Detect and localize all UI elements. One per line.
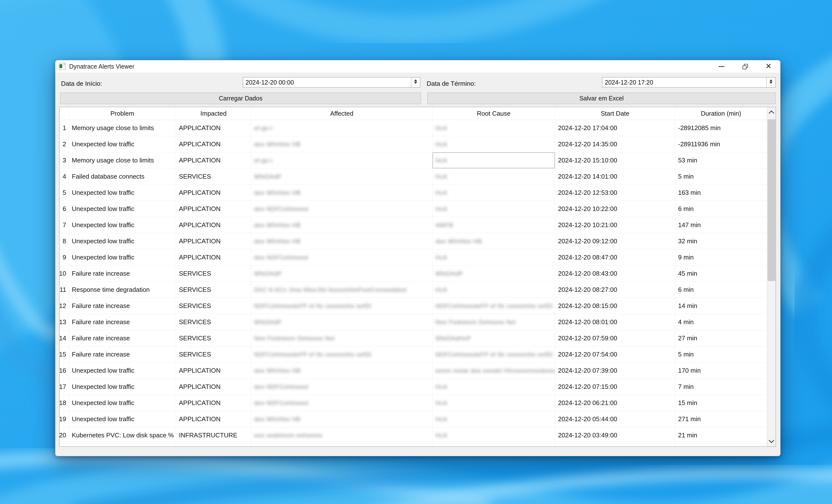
scrollbar-up-button[interactable]: [767, 107, 776, 118]
redacted-affected-text: Nee Fedeleem Deheeee Nel: [254, 335, 335, 342]
impacted-cell: APPLICATION: [176, 379, 251, 395]
impacted-cell: APPLICATION: [176, 201, 251, 217]
header-duration[interactable]: Duration (min): [675, 107, 767, 120]
titlebar[interactable]: Dynatrace Alerts Viewer ×: [55, 60, 780, 73]
table-row[interactable]: 1 Memory usage close to limits APPLICATI…: [59, 120, 767, 136]
start-date-cell: 2024-12-20 08:27:00: [555, 282, 675, 298]
table-row[interactable]: 19 Unexpected low traffic APPLICATION de…: [59, 411, 767, 427]
table-row[interactable]: 13 Failure rate increase SERVICES WfeDAd…: [59, 314, 767, 330]
redacted-root-cause-text: HcA: [436, 173, 447, 180]
table-row[interactable]: 20 Kubernetes PVC: Low disk space % INFR…: [59, 427, 767, 444]
problem-cell: Failure rate increase: [69, 346, 176, 362]
redacted-affected-text: dee NDFCehlmeed: [254, 206, 308, 212]
redacted-root-cause-text: HcA: [436, 383, 447, 390]
table-row[interactable]: 15 Failure rate increase SERVICES NDFCeh…: [59, 346, 767, 363]
start-date-spinner[interactable]: [411, 77, 420, 87]
duration-cell: 163 min: [675, 185, 767, 201]
redacted-affected-text: WfeDAdP: [254, 319, 282, 326]
spinner-down-icon: [770, 82, 773, 85]
table-row[interactable]: 5 Unexpected low traffic APPLICATION dee…: [59, 185, 767, 201]
minimize-button[interactable]: [710, 60, 733, 73]
problem-cell: Unexpected low traffic: [69, 136, 176, 152]
table-row[interactable]: 4 Failed database connects SERVICES WfeD…: [59, 168, 767, 185]
impacted-cell: SERVICES: [176, 168, 251, 185]
header-problem[interactable]: Problem: [69, 107, 176, 120]
header-root-cause[interactable]: Root Cause: [433, 107, 555, 120]
redacted-affected-text: dee NDFCehlmeed: [254, 254, 308, 261]
start-date-cell: 2024-12-20 12:53:00: [555, 185, 675, 201]
problem-cell: Response time degradation: [69, 282, 176, 298]
start-date-cell: 2024-12-20 10:21:00: [555, 217, 675, 233]
impacted-cell: SERVICES: [176, 298, 251, 314]
redacted-root-cause-text: AWFB: [436, 222, 453, 229]
start-date-cell: 2024-12-20 07:54:00: [555, 346, 675, 362]
root-cause-cell: HcA: [433, 249, 555, 265]
redacted-affected-text: dee Wfnhfee HB: [254, 222, 301, 229]
root-cause-cell: [433, 444, 555, 446]
save-excel-button[interactable]: Salvar em Excel: [427, 92, 776, 104]
root-cause-cell: HcA: [433, 201, 555, 217]
start-date-cell: 2024-12-20 09:12:00: [555, 233, 675, 249]
impacted-cell: APPLICATION: [176, 363, 251, 378]
redacted-root-cause-text: HcA: [436, 254, 447, 261]
start-date-cell: 2024-12-20 07:59:00: [555, 330, 675, 346]
row-number-cell: [59, 444, 69, 446]
row-number-cell: 7: [59, 217, 69, 233]
problem-cell: Unexpected low traffic: [69, 379, 176, 395]
affected-cell: dee Wfnhfee HB: [251, 363, 433, 378]
table-row[interactable]: 3 Memory usage close to limits APPLICATI…: [59, 152, 767, 168]
table-row[interactable]: 8 Unexpected low traffic APPLICATION dee…: [59, 233, 767, 249]
table-row[interactable]: 17 Unexpected low traffic APPLICATION de…: [59, 379, 767, 395]
table-row[interactable]: 6 Unexpected low traffic APPLICATION dee…: [59, 201, 767, 217]
table-row[interactable]: 14 Failure rate increase SERVICES Nee Fe…: [59, 330, 767, 346]
table-row[interactable]: 7 Unexpected low traffic APPLICATION dee…: [59, 217, 767, 233]
scrollbar-down-button[interactable]: [767, 435, 776, 446]
redacted-root-cause-text: NDFCehlmeedeFP ef lfe ceeeemhe eefDl: [436, 302, 553, 310]
table-row[interactable]: 11 Response time degradation SERVICES Dh…: [59, 282, 767, 298]
problem-cell: Failure rate increase: [69, 266, 176, 282]
row-number-cell: 17: [59, 379, 69, 395]
start-date-cell: 2024-12-20 08:15:00: [555, 298, 675, 314]
table-row[interactable]: 16 Unexpected low traffic APPLICATION de…: [59, 363, 767, 379]
row-number-cell: 3: [59, 152, 69, 168]
scrollbar-thumb[interactable]: [768, 119, 775, 281]
table-row[interactable]: [59, 444, 767, 446]
table-row[interactable]: 18 Unexpected low traffic APPLICATION de…: [59, 395, 767, 411]
start-date-cell: 2024-12-20 08:01:00: [555, 314, 675, 330]
affected-cell: WfeDAdP: [251, 266, 433, 282]
start-date-cell: 2024-12-20 07:15:00: [555, 379, 675, 395]
problem-cell: Failed database connects: [69, 168, 176, 185]
problem-cell: Unexpected low traffic: [69, 395, 176, 411]
problem-cell: Unexpected low traffic: [69, 201, 176, 217]
affected-cell: WfeDAdP: [251, 168, 433, 185]
header-impacted[interactable]: Impacted: [176, 107, 251, 120]
impacted-cell: [176, 444, 251, 446]
end-date-input[interactable]: 2024-12-20 17:20: [602, 77, 776, 87]
alerts-table: Problem Impacted Affected Root Cause Sta…: [59, 107, 776, 447]
problem-cell: Memory usage close to limits: [69, 152, 176, 168]
table-row[interactable]: 10 Failure rate increase SERVICES WfeDAd…: [59, 266, 767, 282]
header-start-date[interactable]: Start Date: [555, 107, 675, 120]
duration-cell: 7 min: [675, 379, 767, 395]
table-row[interactable]: 2 Unexpected low traffic APPLICATION dee…: [59, 136, 767, 152]
start-date-cell: 2024-12-20 05:44:00: [555, 411, 675, 427]
load-data-button[interactable]: Carregar Dados: [60, 92, 421, 104]
row-number-cell: 6: [59, 201, 69, 217]
start-date-value: 2024-12-20 00:00: [243, 79, 411, 86]
app-icon: [59, 63, 66, 70]
problem-cell: Unexpected low traffic: [69, 185, 176, 201]
vertical-scrollbar[interactable]: [767, 107, 776, 446]
duration-cell: -28912085 min: [675, 120, 767, 136]
header-affected[interactable]: Affected: [251, 107, 433, 120]
restore-button[interactable]: [733, 60, 757, 73]
start-date-input[interactable]: 2024-12-20 00:00: [243, 77, 420, 87]
root-cause-cell: HcA: [433, 411, 555, 427]
table-row[interactable]: 9 Unexpected low traffic APPLICATION dee…: [59, 249, 767, 266]
redacted-affected-text: dee Wfnhfee HB: [254, 416, 301, 423]
header-row-number[interactable]: [59, 107, 69, 120]
end-date-spinner[interactable]: [766, 77, 775, 87]
close-button[interactable]: ×: [757, 60, 780, 73]
redacted-root-cause-text: HcA: [436, 157, 447, 164]
root-cause-cell: HcA: [433, 395, 555, 411]
table-row[interactable]: 12 Failure rate increase SERVICES NDFCeh…: [59, 298, 767, 314]
